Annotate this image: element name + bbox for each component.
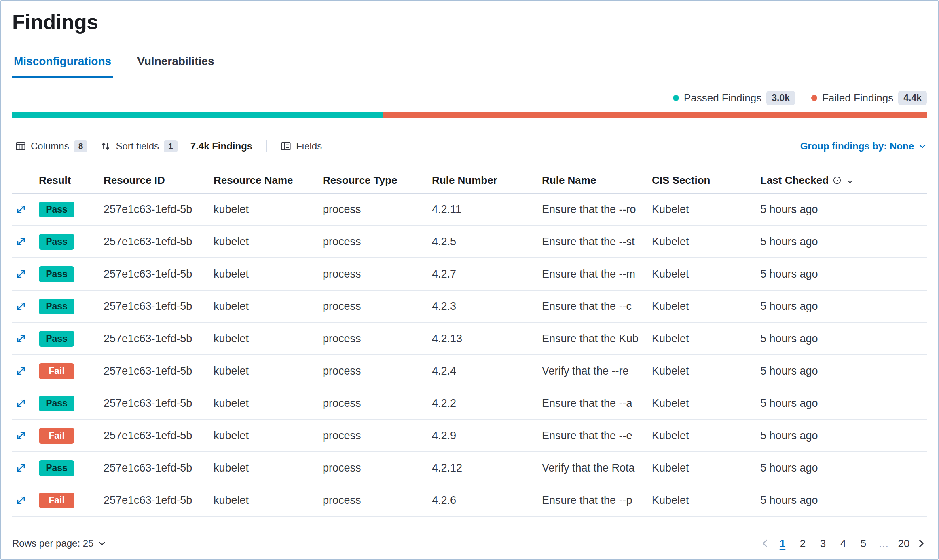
tab-vulnerabilities[interactable]: Vulnerabilities (135, 53, 216, 77)
expand-cell (12, 204, 39, 215)
passed-dot-icon (673, 95, 679, 101)
resource-name-cell: kubelet (214, 365, 323, 377)
table-toolbar: Columns 8 Sort fields 1 7.4k Findings (12, 139, 927, 154)
columns-table-icon (15, 141, 26, 152)
result-badge: Fail (39, 363, 74, 379)
cis-section-cell: Kubelet (652, 236, 760, 248)
rule-name-cell: Ensure that the --a (542, 397, 652, 410)
cis-section-cell: Kubelet (652, 365, 760, 377)
column-header-resource-id[interactable]: Resource ID (104, 174, 214, 187)
resource-id-cell: 257e1c63-1efd-5b (104, 462, 214, 474)
cis-section-cell: Kubelet (652, 268, 760, 280)
result-cell: Fail (39, 493, 104, 508)
rule-number-cell: 4.2.11 (432, 203, 542, 216)
result-cell: Pass (39, 234, 104, 250)
expand-finding-icon[interactable] (15, 398, 27, 409)
resource-type-cell: process (323, 494, 432, 507)
expand-cell (12, 301, 39, 312)
rule-name-cell: Ensure that the --m (542, 268, 652, 280)
result-badge: Pass (39, 396, 74, 411)
rows-per-page-button[interactable]: Rows per page: 25 (12, 538, 106, 549)
table-row: Pass 257e1c63-1efd-5b kubelet process 4.… (12, 258, 927, 291)
expand-finding-icon[interactable] (15, 236, 27, 247)
fields-label: Fields (296, 141, 322, 152)
pass-fail-distribution-bar (12, 112, 927, 118)
rule-name-cell: Ensure that the --p (542, 494, 652, 507)
rule-number-cell: 4.2.12 (432, 462, 542, 474)
expand-finding-icon[interactable] (15, 495, 27, 506)
previous-page-icon[interactable] (759, 538, 771, 549)
expand-finding-icon[interactable] (15, 301, 27, 312)
rule-number-cell: 4.2.13 (432, 333, 542, 345)
page-number-20[interactable]: 20 (895, 536, 912, 552)
resource-name-cell: kubelet (214, 203, 323, 216)
column-header-cis-section[interactable]: CIS Section (652, 174, 760, 187)
expand-finding-icon[interactable] (15, 365, 27, 377)
resource-type-cell: process (323, 365, 432, 377)
chevron-down-icon (97, 539, 106, 548)
rule-name-cell: Ensure that the --c (542, 300, 652, 313)
last-checked-cell: 5 hours ago (760, 397, 927, 410)
group-findings-by-button[interactable]: Group findings by: None (800, 141, 927, 152)
table-row: Pass 257e1c63-1efd-5b kubelet process 4.… (12, 452, 927, 484)
column-header-resource-type[interactable]: Resource Type (323, 174, 432, 187)
cis-section-cell: Kubelet (652, 494, 760, 507)
last-checked-cell: 5 hours ago (760, 494, 927, 507)
rule-number-cell: 4.2.2 (432, 397, 542, 410)
rule-name-cell: Verify that the Rota (542, 462, 652, 474)
resource-id-cell: 257e1c63-1efd-5b (104, 203, 214, 216)
page-number-4[interactable]: 4 (835, 536, 852, 552)
result-cell: Pass (39, 460, 104, 476)
tab-misconfigurations[interactable]: Misconfigurations (12, 53, 113, 78)
column-header-result[interactable]: Result (39, 174, 104, 187)
next-page-icon[interactable] (916, 538, 927, 549)
result-badge: Fail (39, 493, 74, 508)
sort-fields-count-badge: 1 (164, 140, 178, 152)
rule-number-cell: 4.2.4 (432, 365, 542, 377)
result-badge: Pass (39, 266, 74, 282)
sort-arrows-icon (100, 141, 111, 152)
rows-per-page-label: Rows per page: 25 (12, 538, 93, 549)
expand-finding-icon[interactable] (15, 430, 27, 441)
failed-findings-legend: Failed Findings 4.4k (811, 91, 927, 105)
column-header-rule-name[interactable]: Rule Name (542, 174, 652, 187)
expand-finding-icon[interactable] (15, 462, 27, 474)
fields-icon (281, 141, 291, 152)
clock-icon (833, 176, 842, 185)
rule-number-cell: 4.2.9 (432, 429, 542, 442)
expand-finding-icon[interactable] (15, 268, 27, 280)
page-number-2[interactable]: 2 (794, 536, 811, 552)
resource-name-cell: kubelet (214, 397, 323, 410)
result-badge: Pass (39, 202, 74, 217)
findings-legend: Passed Findings 3.0k Failed Findings 4.4… (12, 91, 927, 105)
fields-button[interactable]: Fields (277, 139, 325, 154)
result-cell: Pass (39, 202, 104, 217)
table-row: Pass 257e1c63-1efd-5b kubelet process 4.… (12, 291, 927, 323)
expand-cell (12, 430, 39, 441)
rule-number-cell: 4.2.7 (432, 268, 542, 280)
rule-name-cell: Ensure that the --ro (542, 203, 652, 216)
result-cell: Fail (39, 428, 104, 444)
result-cell: Pass (39, 266, 104, 282)
sort-fields-button[interactable]: Sort fields 1 (97, 139, 180, 154)
last-checked-cell: 5 hours ago (760, 268, 927, 280)
column-header-resource-name[interactable]: Resource Name (214, 174, 323, 187)
column-header-last-checked[interactable]: Last Checked (760, 174, 927, 187)
sort-descending-arrow-icon (846, 176, 854, 185)
passed-findings-legend: Passed Findings 3.0k (673, 91, 795, 105)
columns-button[interactable]: Columns 8 (12, 139, 91, 154)
expand-finding-icon[interactable] (15, 333, 27, 344)
cis-section-cell: Kubelet (652, 203, 760, 216)
table-row: Pass 257e1c63-1efd-5b kubelet process 4.… (12, 194, 927, 226)
column-header-rule-number[interactable]: Rule Number (432, 174, 542, 187)
expand-finding-icon[interactable] (15, 204, 27, 215)
page-number-5[interactable]: 5 (855, 536, 872, 552)
rule-name-cell: Verify that the --re (542, 365, 652, 377)
page-number-1[interactable]: 1 (774, 536, 791, 552)
group-findings-by-label: Group findings by: None (800, 141, 914, 152)
resource-name-cell: kubelet (214, 494, 323, 507)
toolbar-left: Columns 8 Sort fields 1 7.4k Findings (12, 139, 325, 154)
expand-cell (12, 495, 39, 506)
resource-type-cell: process (323, 268, 432, 280)
page-number-3[interactable]: 3 (814, 536, 831, 552)
